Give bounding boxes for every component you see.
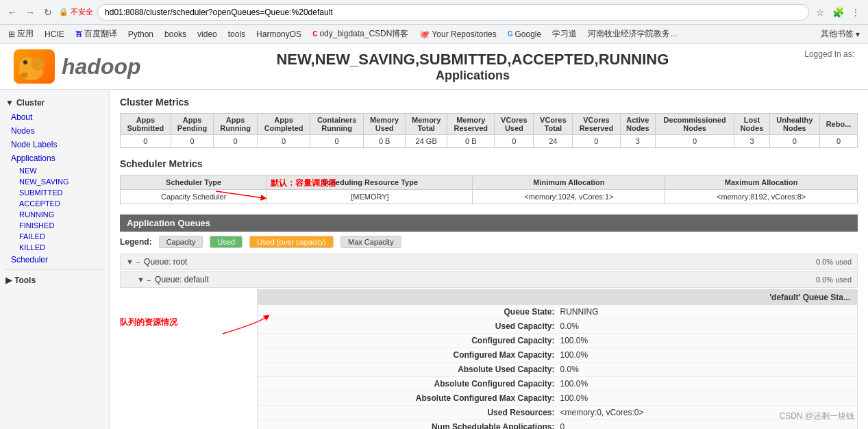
val-scheduler-type: Capacity Scheduler	[121, 190, 267, 204]
bookmark-baidu[interactable]: 百 百度翻译	[73, 27, 120, 41]
queue-root-name: Queue: root	[144, 257, 816, 267]
sidebar-tools-header[interactable]: ▶ Tools	[0, 273, 109, 288]
sidebar-divider	[5, 269, 103, 270]
val-max-allocation: <memory:8192, vCores:8>	[665, 190, 858, 204]
col-unhealthy-nodes: UnhealthyNodes	[769, 114, 819, 135]
sidebar-running-link[interactable]: RUNNING	[0, 209, 109, 220]
triangle-right-icon: ▶	[5, 275, 12, 285]
val-rebo: 0	[819, 135, 857, 148]
hadoop-logo-text: hadoop	[62, 54, 141, 79]
col-apps-pending: AppsPending	[171, 114, 213, 135]
sidebar-scheduler-link[interactable]: Scheduler	[0, 253, 109, 267]
sidebar-failed-link[interactable]: FAILED	[0, 231, 109, 242]
bookmark-harmonyos[interactable]: HarmonyOS	[253, 28, 304, 40]
forward-button[interactable]: →	[23, 5, 37, 19]
sidebar-killed-link[interactable]: KILLED	[0, 242, 109, 253]
sidebar-submitted-link[interactable]: SUBMITTED	[0, 187, 109, 198]
sidebar-nodes-link[interactable]: Nodes	[0, 124, 109, 138]
security-indicator: 🔒 不安全	[59, 7, 93, 17]
val-memory-total: 24 GB	[406, 135, 447, 148]
sidebar-applications-link[interactable]: Applications	[0, 151, 109, 165]
configured-capacity-row: Configured Capacity: 100.0%	[258, 334, 857, 348]
annotation-queue-text: 队列的资源情况	[120, 317, 177, 327]
bookmark-henan[interactable]: 河南牧业经济学院教务...	[585, 27, 680, 41]
cluster-metrics-table: AppsSubmitted AppsPending AppsRunning Ap…	[120, 113, 858, 148]
sidebar-node-labels-link[interactable]: Node Labels	[0, 138, 109, 151]
bookmarks-bar: ⊞ 应用 HCIE 百 百度翻译 Python books video tool…	[0, 25, 868, 44]
used-resources-row: Used Resources: <memory:0, vCores:0>	[258, 406, 857, 420]
val-memory-reserved: 0 B	[447, 135, 495, 148]
configured-max-capacity-row: Configured Max Capacity: 100.0%	[258, 348, 857, 363]
sidebar-accepted-link[interactable]: ACCEPTED	[0, 198, 109, 209]
queue-state-label: Queue State:	[264, 307, 560, 317]
bookmark-other[interactable]: 其他书签 ▾	[818, 27, 863, 41]
sidebar: ▼ Cluster About Nodes Node Labels Applic…	[0, 90, 110, 429]
configured-capacity-value: 100.0%	[560, 336, 851, 345]
configured-capacity-label: Configured Capacity:	[264, 336, 560, 345]
sidebar-cluster-section: ▼ Cluster About Nodes Node Labels Applic…	[0, 95, 109, 267]
sidebar-tools-label: Tools	[14, 275, 36, 285]
used-capacity-value: 0.0%	[560, 321, 851, 331]
configured-max-capacity-label: Configured Max Capacity:	[264, 350, 560, 360]
annotation-queue-resources: 队列的资源情况	[120, 289, 257, 429]
back-button[interactable]: ←	[5, 5, 19, 19]
val-lost-nodes: 3	[734, 135, 770, 148]
val-apps-completed: 0	[257, 135, 310, 148]
col-apps-running: AppsRunning	[214, 114, 258, 135]
queue-default-toggle[interactable]: ▼ –	[137, 275, 151, 284]
sidebar-finished-link[interactable]: FINISHED	[0, 220, 109, 231]
col-apps-submitted: AppsSubmitted	[121, 114, 171, 135]
url-bar[interactable]	[97, 4, 809, 21]
sidebar-about-link[interactable]: About	[0, 110, 109, 124]
bookmark-books[interactable]: books	[162, 28, 189, 40]
col-apps-completed: AppsCompleted	[257, 114, 310, 135]
bookmark-hcie[interactable]: HCIE	[42, 28, 67, 40]
col-memory-used: MemoryUsed	[364, 114, 406, 135]
bookmark-python[interactable]: Python	[125, 28, 156, 40]
col-scheduler-type: Scheduler Type	[121, 175, 267, 190]
sidebar-new-saving-link[interactable]: NEW_SAVING	[0, 176, 109, 187]
queue-default-used: 0.0% used	[816, 275, 852, 284]
col-memory-reserved: MemoryReserved	[447, 114, 495, 135]
apps-grid-icon: ⊞	[8, 29, 15, 39]
refresh-button[interactable]: ↻	[41, 5, 55, 19]
val-containers-running: 0	[310, 135, 364, 148]
extensions-button[interactable]: 🧩	[831, 5, 845, 19]
bookmark-video[interactable]: video	[195, 28, 220, 40]
num-schedulable-value: 0	[560, 422, 851, 429]
bookmark-github[interactable]: 🐙 Your Repositories	[417, 28, 499, 40]
page-title-line1: NEW,NEW_SAVING,SUBMITTED,ACCEPTED,RUNNIN…	[141, 51, 805, 69]
bookmark-apps[interactable]: ⊞ 应用	[5, 27, 36, 41]
queue-detail-header: 'default' Queue Sta...	[258, 290, 857, 305]
col-vcores-reserved: VCoresReserved	[573, 114, 620, 135]
legend-max-capacity: Max Capacity	[340, 236, 401, 248]
queue-root-used: 0.0% used	[816, 258, 852, 266]
sidebar-cluster-header[interactable]: ▼ Cluster	[0, 95, 109, 110]
bookmark-tools[interactable]: tools	[225, 28, 248, 40]
val-vcores-total: 24	[534, 135, 573, 148]
col-active-nodes: ActiveNodes	[620, 114, 656, 135]
val-apps-submitted: 0	[121, 135, 171, 148]
page-title-area: NEW,NEW_SAVING,SUBMITTED,ACCEPTED,RUNNIN…	[141, 51, 805, 83]
used-capacity-row: Used Capacity: 0.0%	[258, 319, 857, 334]
main-content: Cluster Metrics AppsSubmitted AppsPendin…	[110, 90, 868, 429]
queue-root-row[interactable]: ▼ – Queue: root 0.0% used	[120, 254, 858, 270]
bookmark-study[interactable]: 学习道	[549, 27, 580, 41]
num-schedulable-row: Num Schedulable Applications: 0	[258, 420, 857, 429]
bookmark-csdn[interactable]: C ody_bigdata_CSDN博客	[310, 27, 411, 41]
svg-point-2	[31, 57, 45, 71]
bookmark-star[interactable]: ☆	[813, 5, 827, 19]
sidebar-new-link[interactable]: NEW	[0, 165, 109, 176]
col-vcores-used: VCoresUsed	[495, 114, 534, 135]
val-scheduling-resource: [MEMORY]	[267, 190, 473, 204]
app-queues-header: Application Queues	[120, 214, 858, 232]
queue-root-toggle[interactable]: ▼ –	[126, 258, 140, 266]
bookmark-google[interactable]: G Google	[505, 28, 544, 40]
val-active-nodes: 3	[620, 135, 656, 148]
val-unhealthy-nodes: 0	[769, 135, 819, 148]
queue-default-row[interactable]: ▼ – Queue: default 0.0% used	[120, 271, 858, 288]
val-decommissioned: 0	[656, 135, 734, 148]
val-memory-used: 0 B	[364, 135, 406, 148]
menu-button[interactable]: ⋮	[849, 5, 863, 19]
scheduler-section: Scheduler Metrics Scheduler Type Schedul…	[120, 158, 858, 204]
